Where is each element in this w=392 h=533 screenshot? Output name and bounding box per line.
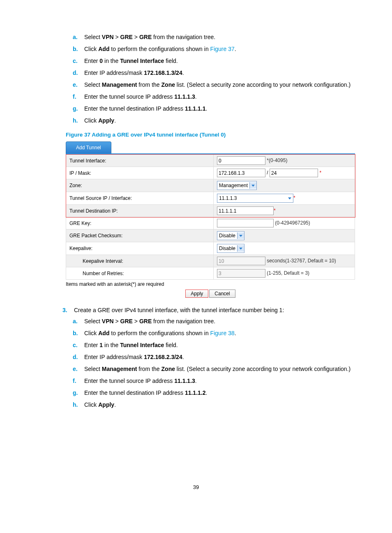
step-a: a. Select VPN > GRE > GRE from the navig… [84, 33, 355, 42]
mask-input[interactable] [270, 169, 318, 177]
figure-37-title: Figure 37 Adding a GRE over IPv4 tunnel … [66, 131, 355, 139]
required-note: Items marked with an asterisk(*) are req… [66, 280, 355, 288]
label-ip-mask: IP / Mask: [66, 167, 214, 179]
list-a-to-h-first: a. Select VPN > GRE > GRE from the navig… [37, 33, 355, 125]
step-d: d. Enter IP address/mask 172.168.1.3/24. [84, 69, 355, 77]
label-keepalive: Keepalive: [66, 242, 214, 255]
label-gre-key: GRE Key: [66, 217, 214, 229]
step-c: c. Enter 0 in the Tunnel Interface field… [84, 57, 355, 65]
step-g: g. Enter the tunnel destination IP addre… [84, 389, 355, 397]
step-f: f. Enter the tunnel source IP address 11… [84, 93, 355, 101]
numbered-step-3: 3. Create a GRE over IPv4 tunnel interfa… [37, 306, 355, 315]
required-star: * [293, 195, 295, 201]
keepalive-interval-input [217, 257, 265, 265]
required-star: * [274, 208, 276, 213]
hint-tunnel-interface: *(0-4095) [267, 158, 287, 163]
required-star: * [319, 170, 321, 176]
step-e: e. Select Management from the Zone list.… [84, 365, 355, 373]
ip-input[interactable] [217, 169, 265, 177]
hint-retries: (1-255, Default = 3) [267, 270, 309, 276]
keepalive-select[interactable]: Disable [217, 244, 244, 253]
tab-add-tunnel[interactable]: Add Tunnel [66, 141, 111, 153]
step-a: a. Select VPN > GRE > GRE from the navig… [84, 317, 355, 326]
tunnel-source-select[interactable]: 11.1.1.3 [217, 194, 293, 203]
label-tunnel-interface: Tunnel Interface: [66, 155, 214, 167]
apply-button[interactable]: Apply [185, 290, 208, 298]
figure-37-form: Add Tunnel Tunnel Interface: *(0-4095) I… [66, 141, 355, 298]
step-b: b. Click Add to perform the configuratio… [84, 329, 355, 338]
tunnel-dest-input[interactable] [217, 206, 274, 215]
tunnel-interface-input[interactable] [217, 156, 265, 165]
cancel-button[interactable]: Cancel [209, 290, 235, 298]
step-d: d. Enter IP address/mask 172.168.2.3/24. [84, 353, 355, 362]
step-h: h. Click Apply. [84, 401, 355, 409]
retries-input [217, 269, 265, 278]
label-zone: Zone: [66, 179, 214, 192]
step-e: e. Select Management from the Zone list.… [84, 81, 355, 89]
list-a-to-h-second: a. Select VPN > GRE > GRE from the navig… [37, 317, 355, 409]
step-f: f. Enter the tunnel source IP address 11… [84, 377, 355, 385]
zone-select[interactable]: Management [217, 181, 257, 190]
page-number: 39 [37, 483, 355, 491]
figure-37-link[interactable]: Figure 37 [210, 46, 235, 52]
chevron-down-icon [249, 182, 256, 189]
label-tunnel-dest: Tunnel Destination IP: [66, 205, 214, 217]
gre-key-input[interactable] [217, 219, 274, 227]
step-c: c. Enter 1 in the Tunnel Interface field… [84, 341, 355, 350]
step-h: h. Click Apply. [84, 116, 355, 125]
checksum-select[interactable]: Disable [217, 231, 244, 240]
step-b: b. Click Add to perform the configuratio… [84, 45, 355, 53]
hint-keepalive-interval: seconds(1-32767, Default = 10) [267, 258, 336, 264]
chevron-down-icon [237, 245, 244, 252]
step-3: 3. Create a GRE over IPv4 tunnel interfa… [74, 306, 355, 315]
chevron-down-icon [237, 232, 244, 239]
label-keepalive-interval: Keepalive Interval: [66, 255, 214, 267]
figure-38-link[interactable]: Figure 38 [210, 330, 235, 336]
chevron-down-icon [286, 195, 293, 202]
label-retries: Number of Retries: [66, 267, 214, 280]
label-gre-checksum: GRE Packet Checksum: [66, 229, 214, 242]
label-tunnel-source: Tunnel Source IP / Interface: [66, 192, 214, 205]
hint-gre-key: (0-4294967295) [275, 220, 310, 226]
step-g: g. Enter the tunnel destination IP addre… [84, 104, 355, 113]
